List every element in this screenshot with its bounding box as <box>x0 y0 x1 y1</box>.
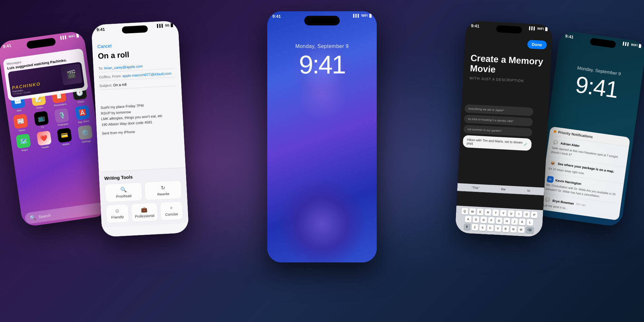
chat-bubbles: everything we ate in Japan* eo trick-or-… <box>463 104 545 154</box>
chat-bubble-2: eo trick-or-treating h a spooky vibe* <box>464 115 533 127</box>
app-maps[interactable]: 🗺️ Maps <box>14 133 34 153</box>
app-wallet[interactable]: 💳 Wallet <box>55 128 75 147</box>
predictive-word-2[interactable]: the <box>501 187 506 191</box>
notif-time-4: 35m ago <box>576 203 586 207</box>
app-mail-label: Mail <box>16 109 22 112</box>
mail-body[interactable]: Sushi my place Friday 7PM RSVP by tomorr… <box>95 98 184 140</box>
mail-subject-title: On a roll <box>98 48 175 61</box>
key-shift[interactable]: ⬆ <box>464 223 470 230</box>
key-s[interactable]: S <box>473 216 479 223</box>
key-w[interactable]: W <box>469 208 476 215</box>
battery-icon: █ <box>369 14 372 17</box>
predictive-word-3[interactable]: to <box>527 189 530 192</box>
phone4-dynamic-island <box>496 25 522 33</box>
phone-2: 9:41 ▌▌▌ 5G █ Cancel On a roll To: brian… <box>91 20 189 237</box>
app-settings[interactable]: ⚙️ Settings <box>75 125 95 144</box>
notif-item-4-icon: 💬 <box>544 196 551 204</box>
key-delete[interactable]: ⌫ <box>526 227 534 233</box>
app-news[interactable]: 📰 News <box>11 113 31 133</box>
memory-title-section: Create a Memory Movie WITH JUST A DESCRI… <box>469 53 545 84</box>
chat-text: Hikes with Tim and Marie, set to dream p… <box>467 138 524 148</box>
key-a[interactable]: A <box>465 216 472 223</box>
phone3-dynamic-island <box>304 16 340 25</box>
key-x[interactable]: X <box>479 224 486 231</box>
phone3-lock-date: Monday, September 9 <box>267 43 377 49</box>
rewrite-label: Rewrite <box>157 192 169 196</box>
app-tv[interactable]: 📺 TV <box>31 110 52 130</box>
battery-icon: █ <box>76 33 79 37</box>
phone1-time: 9:41 <box>3 43 12 49</box>
writing-tools-main-buttons: 🔍 Proofread ↻ Rewrite <box>105 180 182 203</box>
phone3-status-icons: ▌▌▌ WiFi █ <box>353 14 372 17</box>
rewrite-button[interactable]: ↻ Rewrite <box>144 180 182 201</box>
phone5-time-display: 9:41 <box>574 71 620 103</box>
mail-to-address: brian_carey@apple.com <box>104 64 143 70</box>
friendly-button[interactable]: ☺ Friendly <box>106 204 129 223</box>
concise-label: Concise <box>165 212 178 216</box>
key-t[interactable]: T <box>492 210 499 216</box>
key-f[interactable]: F <box>488 217 495 224</box>
professional-label: Professional <box>135 213 155 218</box>
search-text: Search <box>38 213 51 219</box>
key-e[interactable]: E <box>477 209 484 215</box>
chat-bubble-4: Hikes with Tim and Marie, set to dream p… <box>463 135 532 151</box>
key-m[interactable]: M <box>518 226 525 233</box>
phone2-time: 9:41 <box>96 27 105 32</box>
app-clock-label: Clock <box>77 100 84 104</box>
key-n[interactable]: N <box>510 226 517 232</box>
app-store-label: App Store <box>78 119 89 124</box>
phone3-lock-time: 9:41 <box>267 50 377 80</box>
key-l[interactable]: L <box>526 219 533 226</box>
phone5-time: 9:41 <box>565 33 574 39</box>
phone4-done-button[interactable]: Done <box>527 40 547 49</box>
predictive-word-1[interactable]: "The" <box>471 186 479 190</box>
phone1-status-icons: ▌▌▌ WiFi █ <box>60 33 79 40</box>
app-health-label: Health <box>41 145 49 149</box>
phone3-bottom-orb <box>277 179 367 262</box>
notif-sender-1: Adrian Alder <box>560 141 580 147</box>
mail-cancel-button[interactable]: Cancel <box>97 40 174 49</box>
battery-icon: █ <box>545 27 548 31</box>
mail-subject-value: On a roll <box>113 82 127 87</box>
wifi-icon: WiFi <box>361 14 368 17</box>
writing-tools-secondary-buttons: ☺ Friendly 💼 Professional ÷ Concise <box>106 201 183 223</box>
key-p[interactable]: P <box>531 212 538 218</box>
key-j[interactable]: J <box>511 218 518 225</box>
wifi-icon: WiFi <box>68 34 75 39</box>
professional-button[interactable]: 💼 Professional <box>131 203 158 222</box>
key-v[interactable]: V <box>495 225 501 232</box>
key-q[interactable]: Q <box>461 208 468 214</box>
keyboard: Q W E R T Y U I O P A S D F G H J K L <box>455 206 543 237</box>
key-k[interactable]: K <box>519 219 526 225</box>
signal-icon: ▌▌▌ <box>529 26 536 30</box>
app-store[interactable]: 🅰️ App Store <box>72 105 93 124</box>
app-podcasts[interactable]: 🎙️ Podcasts <box>52 108 72 127</box>
key-r[interactable]: R <box>485 209 491 216</box>
wifi-icon: WiFi <box>631 43 638 47</box>
app-settings-label: Settings <box>81 139 91 144</box>
key-d[interactable]: D <box>480 217 487 223</box>
key-g[interactable]: G <box>496 217 503 224</box>
key-y[interactable]: Y <box>500 210 507 217</box>
key-h[interactable]: H <box>503 218 510 224</box>
key-c[interactable]: C <box>487 225 494 232</box>
signal-icon: ▌▌▌ <box>60 35 68 40</box>
key-u[interactable]: U <box>508 210 515 217</box>
phone3-screen: 9:41 ▌▌▌ WiFi █ Monday, September 9 9:41 <box>267 11 377 262</box>
key-o[interactable]: O <box>523 211 530 218</box>
chat-bubble-check-row: Hikes with Tim and Marie, set to dream p… <box>467 138 527 148</box>
app-health[interactable]: ❤️ Health <box>34 130 54 150</box>
phone2-dynamic-island <box>122 25 148 33</box>
notif-item-1-icon: 💬 <box>552 139 559 146</box>
key-b[interactable]: B <box>502 225 509 232</box>
notif-item-3-icon: ✉ <box>547 176 554 183</box>
battery-icon: █ <box>639 44 642 48</box>
phone-4: 9:41 ▌▌▌ WiFi █ Done Create a Memory Mov… <box>455 20 553 237</box>
priority-notifications-card: Priority Notifications 💬 Adrian Alder Ta… <box>539 127 630 221</box>
app-notes-label: Notes <box>36 106 43 110</box>
memory-subtitle: WITH JUST A DESCRIPTION <box>469 76 544 84</box>
key-z[interactable]: Z <box>471 224 478 231</box>
concise-button[interactable]: ÷ Concise <box>160 201 183 221</box>
key-i[interactable]: I <box>516 211 522 217</box>
proofread-button[interactable]: 🔍 Proofread <box>105 182 143 203</box>
